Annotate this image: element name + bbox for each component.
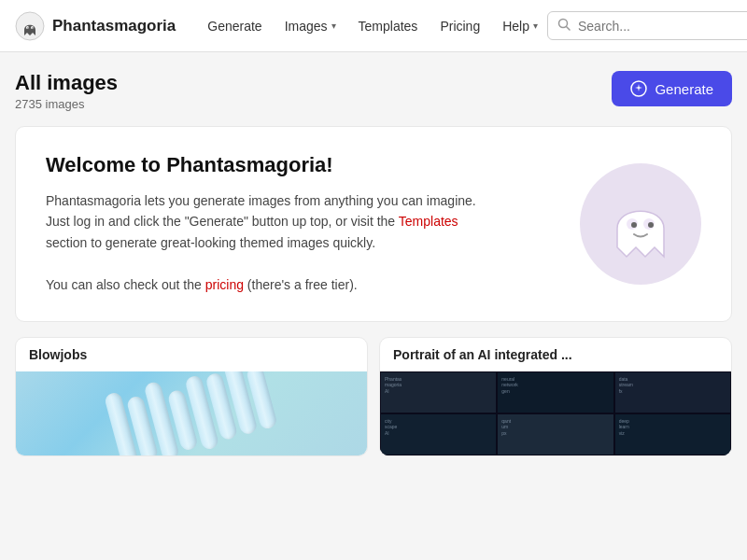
image-card-title-portrait: Portrait of an AI integrated ... <box>380 338 731 371</box>
image-card-title-blowjobs: Blowjobs <box>16 338 367 371</box>
tubes-illustration <box>104 371 279 455</box>
section-header: All images 2735 images Generate <box>15 71 732 111</box>
help-dropdown-icon: ▾ <box>533 21 538 31</box>
nav-templates[interactable]: Templates <box>349 13 428 39</box>
welcome-text: Welcome to Phantasmagoria! Phantasmagori… <box>46 153 561 295</box>
image-card-blowjobs[interactable]: Blowjobs <box>15 337 368 456</box>
search-icon <box>557 18 571 34</box>
welcome-body-part4: (there's a free tier). <box>244 277 358 292</box>
generate-icon <box>630 80 647 97</box>
image-card-portrait[interactable]: Portrait of an AI integrated ... Phantas… <box>379 337 732 456</box>
portrait-thumbnail: PhantasmagoriaAI neuralnetworkgen datast… <box>380 371 731 455</box>
blowjobs-thumbnail <box>16 371 367 455</box>
header: Phantasmagoria Generate Images ▾ Templat… <box>0 0 747 52</box>
main-content: All images 2735 images Generate Welcome … <box>0 52 747 456</box>
svg-point-11 <box>631 222 637 228</box>
search-box[interactable] <box>547 11 747 40</box>
svg-point-1 <box>26 26 29 29</box>
nav-images[interactable]: Images ▾ <box>275 13 345 39</box>
header-right <box>547 11 747 41</box>
nav-generate[interactable]: Generate <box>198 13 271 39</box>
section-count: 2735 images <box>15 97 118 111</box>
header-left: Phantasmagoria Generate Images ▾ Templat… <box>15 11 547 41</box>
section-title-group: All images 2735 images <box>15 71 118 111</box>
logo-text: Phantasmagoria <box>52 17 176 35</box>
svg-line-6 <box>566 27 570 31</box>
welcome-card: Welcome to Phantasmagoria! Phantasmagori… <box>15 126 732 322</box>
pricing-link[interactable]: pricing <box>205 277 244 292</box>
portrait-cell-6: deeplearnviz <box>614 413 731 455</box>
svg-point-12 <box>648 222 654 228</box>
welcome-body-part3: You can also check out the <box>46 277 205 292</box>
portrait-cell-3: datastreamfx <box>614 371 731 413</box>
svg-point-4 <box>32 27 33 28</box>
nav-pricing[interactable]: Pricing <box>430 13 489 39</box>
nav-help[interactable]: Help ▾ <box>493 13 547 39</box>
image-card-thumb-portrait: PhantasmagoriaAI neuralnetworkgen datast… <box>380 371 731 455</box>
templates-link[interactable]: Templates <box>399 214 458 229</box>
search-input[interactable] <box>578 19 742 34</box>
image-grid: Blowjobs Portrait of <box>15 337 732 456</box>
welcome-title: Welcome to Phantasmagoria! <box>46 153 561 177</box>
welcome-ghost-illustration <box>580 163 701 285</box>
svg-point-2 <box>31 26 34 29</box>
image-card-thumb-blowjobs <box>16 371 367 455</box>
logo-icon <box>15 11 45 41</box>
portrait-cell-5: qantumpx <box>497 413 613 455</box>
portrait-cell-2: neuralnetworkgen <box>497 371 613 413</box>
svg-point-3 <box>27 27 28 28</box>
main-nav: Generate Images ▾ Templates Pricing Help… <box>198 13 547 39</box>
images-dropdown-icon: ▾ <box>331 21 336 31</box>
logo[interactable]: Phantasmagoria <box>15 11 176 41</box>
welcome-body: Phantasmagoria lets you generate images … <box>46 190 494 295</box>
portrait-cell-4: cityscapeAI <box>380 413 497 455</box>
welcome-body-part2: section to generate great-looking themed… <box>46 235 375 250</box>
section-title: All images <box>15 71 118 95</box>
portrait-cell-1: PhantasmagoriaAI <box>380 371 497 413</box>
generate-button[interactable]: Generate <box>612 71 732 106</box>
